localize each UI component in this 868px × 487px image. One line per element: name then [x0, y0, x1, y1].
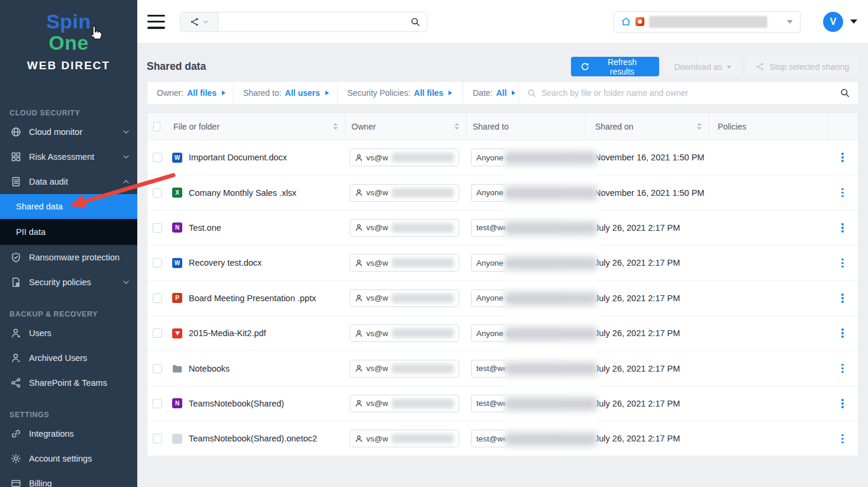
stop-selected-sharing-button[interactable]: Stop selected sharing: [746, 57, 859, 76]
redacted-text: [511, 223, 560, 233]
row-menu-kebab-icon[interactable]: [839, 396, 846, 411]
search-scope-dropdown[interactable]: [180, 12, 218, 31]
person-icon: [355, 189, 363, 196]
search-button[interactable]: [404, 12, 427, 31]
sidebar-item-users[interactable]: Users: [0, 321, 137, 346]
sidebar-item-sharepoint-teams[interactable]: SharePoint & Teams: [0, 370, 137, 395]
topbar: V: [137, 0, 868, 44]
shared-to-chip[interactable]: Anyone w: [471, 254, 566, 272]
security-policies-filter[interactable]: Security Policies: All files: [338, 82, 463, 104]
download-as-button[interactable]: Download as: [664, 57, 741, 76]
person-icon: [355, 154, 363, 162]
row-checkbox[interactable]: [153, 258, 162, 267]
shared-to-chip[interactable]: Anyone w2: [471, 149, 574, 166]
owner-chip[interactable]: vs@w: [350, 219, 459, 237]
section-label-cloud-security: CLOUD SECURITY: [9, 109, 128, 117]
file-name[interactable]: Notebooks: [189, 364, 230, 373]
sidebar-item-pii-data[interactable]: PII data: [0, 219, 137, 245]
owner-chip[interactable]: vs@w: [350, 395, 459, 412]
owner-chip[interactable]: vs@w: [350, 184, 459, 202]
search-icon: [840, 88, 850, 98]
shared-to-chip[interactable]: test@we: [471, 360, 566, 378]
globe-icon: [11, 127, 21, 137]
sidebar-item-integrations[interactable]: Integrations: [0, 421, 137, 446]
row-checkbox[interactable]: [153, 188, 162, 198]
owner-chip[interactable]: vs@w: [350, 149, 459, 166]
shared-to-chip[interactable]: Anyone w: [471, 184, 566, 202]
file-name[interactable]: TeamsNotebook(Shared): [189, 399, 284, 408]
spinone-logo[interactable]: Spin One WEB DIRECT: [0, 0, 137, 72]
sidebar-item-label: PII data: [16, 227, 46, 237]
row-checkbox[interactable]: [153, 153, 162, 162]
sidebar-item-account-settings[interactable]: Account settings: [0, 446, 137, 471]
sidebar-item-cloud-monitor[interactable]: Cloud monitor: [0, 120, 137, 144]
column-header-owner: Owner: [345, 113, 466, 140]
row-checkbox[interactable]: [153, 328, 162, 338]
sidebar-item-data-audit[interactable]: Data audit: [0, 169, 137, 194]
row-menu-kebab-icon[interactable]: [839, 256, 846, 270]
sidebar-item-risk-assessment[interactable]: Risk Assessment: [0, 144, 137, 169]
avatar[interactable]: V: [823, 12, 843, 32]
row-checkbox[interactable]: [153, 223, 162, 233]
file-name[interactable]: Important Document.docx: [189, 153, 287, 162]
select-all-checkbox[interactable]: [153, 122, 160, 131]
date-filter[interactable]: Date: All: [463, 82, 519, 104]
column-header-actions: [827, 113, 858, 140]
owner-filter[interactable]: Owner: All files: [147, 82, 234, 104]
owner-chip[interactable]: vs@w: [350, 324, 459, 342]
row-menu-kebab-icon[interactable]: [839, 326, 846, 340]
file-name[interactable]: Comany Monthly Sales .xlsx: [189, 188, 296, 198]
refresh-icon: [580, 62, 589, 71]
redacted-text: [515, 258, 560, 267]
sidebar-item-billing[interactable]: Billing: [0, 471, 137, 487]
sidebar-item-label: Risk Assessment: [29, 152, 94, 162]
sort-icon[interactable]: [333, 123, 338, 130]
sidebar-item-archived-users[interactable]: Archived Users: [0, 346, 137, 370]
sidebar-item-shared-data[interactable]: Shared data: [0, 194, 137, 219]
gear-icon: [11, 453, 21, 464]
logo-one-text: One: [0, 32, 137, 53]
row-checkbox[interactable]: [153, 434, 162, 443]
row-menu-kebab-icon[interactable]: [839, 186, 846, 200]
file-name[interactable]: Recovery test.docx: [189, 258, 262, 267]
file-name[interactable]: TeamsNotebook(Shared).onetoc2: [189, 434, 317, 443]
caret-right-icon: [512, 91, 515, 95]
global-search-input[interactable]: [218, 12, 404, 31]
sidebar-item-security-policies[interactable]: Security policies: [0, 270, 137, 295]
sort-icon[interactable]: [454, 123, 459, 130]
row-menu-kebab-icon[interactable]: [839, 221, 846, 235]
owner-chip[interactable]: vs@w: [350, 254, 459, 272]
sort-icon[interactable]: [697, 123, 702, 130]
shared-to-chip[interactable]: Anyone w: [471, 324, 566, 342]
row-checkbox[interactable]: [153, 294, 162, 303]
row-checkbox[interactable]: [153, 399, 162, 408]
row-menu-kebab-icon[interactable]: [839, 432, 846, 446]
file-name[interactable]: Test.one: [189, 223, 221, 233]
row-menu-kebab-icon[interactable]: [839, 362, 846, 376]
table-row: WRecovery test.docx vs@w Anyone w July 2…: [147, 246, 858, 280]
sidebar-item-ransomware-protection[interactable]: Ransomware protection: [0, 245, 137, 270]
shared-to-chip[interactable]: Anyone w: [471, 289, 566, 307]
organization-selector[interactable]: [614, 11, 801, 33]
file-name[interactable]: Board Meeting Presentation .pptx: [189, 294, 316, 303]
table-search-input[interactable]: [541, 88, 835, 98]
redacted-text: [392, 258, 454, 267]
owner-chip[interactable]: vs@w: [350, 360, 459, 378]
shared-to-filter[interactable]: Shared to: All users: [234, 82, 338, 104]
redacted-text: [392, 153, 454, 162]
topbar-right: V: [614, 11, 857, 33]
menu-icon[interactable]: [147, 15, 165, 29]
table-row: TeamsNotebook(Shared).onetoc2 vs@w test@…: [147, 421, 858, 456]
owner-chip[interactable]: vs@w: [350, 430, 459, 447]
shared-to-chip[interactable]: test@we: [471, 395, 566, 412]
owner-chip[interactable]: vs@w: [350, 289, 459, 307]
redacted-text: [515, 153, 556, 162]
row-checkbox[interactable]: [153, 364, 162, 373]
shared-to-chip[interactable]: test@we: [471, 430, 566, 447]
shared-to-chip[interactable]: test@we: [471, 219, 566, 237]
refresh-results-button[interactable]: Refresh results: [571, 57, 659, 76]
user-menu-caret-icon[interactable]: [850, 20, 857, 24]
file-name[interactable]: 2015-Media-Kit2.pdf: [189, 328, 266, 338]
row-menu-kebab-icon[interactable]: [839, 150, 846, 165]
row-menu-kebab-icon[interactable]: [839, 291, 846, 305]
